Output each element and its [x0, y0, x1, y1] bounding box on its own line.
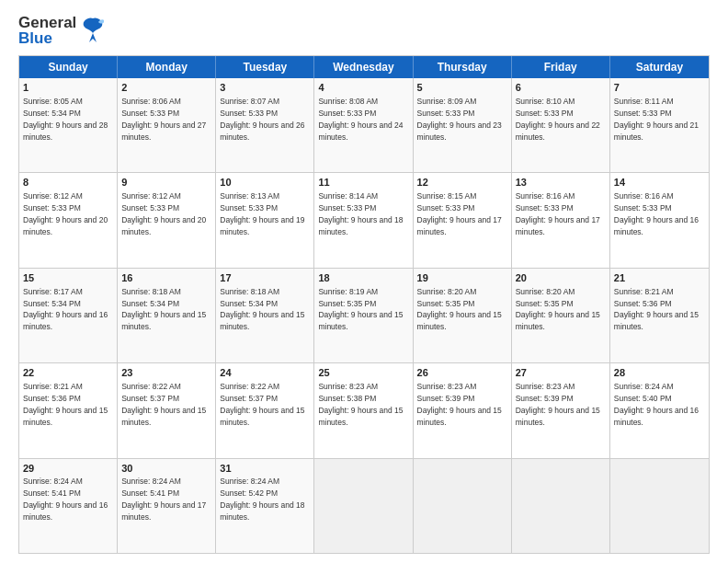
cell-info: Sunrise: 8:22 AMSunset: 5:37 PMDaylight:… — [220, 382, 304, 427]
header-wednesday: Wednesday — [314, 56, 413, 78]
cal-cell: 13Sunrise: 8:16 AMSunset: 5:33 PMDayligh… — [512, 173, 610, 267]
day-number: 16 — [121, 271, 211, 285]
day-number: 17 — [220, 271, 310, 285]
day-number: 27 — [516, 366, 606, 380]
cell-info: Sunrise: 8:20 AMSunset: 5:35 PMDaylight:… — [516, 287, 600, 332]
cell-info: Sunrise: 8:24 AMSunset: 5:41 PMDaylight:… — [23, 477, 108, 522]
cell-info: Sunrise: 8:05 AMSunset: 5:34 PMDaylight:… — [23, 97, 108, 142]
header-saturday: Saturday — [610, 56, 709, 78]
cell-info: Sunrise: 8:09 AMSunset: 5:33 PMDaylight:… — [417, 97, 502, 142]
cal-cell — [414, 459, 512, 553]
cal-cell: 1Sunrise: 8:05 AMSunset: 5:34 PMDaylight… — [19, 78, 118, 172]
cell-info: Sunrise: 8:15 AMSunset: 5:33 PMDaylight:… — [417, 191, 502, 236]
cal-cell: 25Sunrise: 8:23 AMSunset: 5:38 PMDayligh… — [314, 363, 413, 457]
day-number: 14 — [614, 176, 705, 190]
calendar-header: Sunday Monday Tuesday Wednesday Thursday… — [19, 56, 709, 78]
cell-info: Sunrise: 8:21 AMSunset: 5:36 PMDaylight:… — [614, 287, 699, 332]
cell-info: Sunrise: 8:24 AMSunset: 5:40 PMDaylight:… — [614, 382, 699, 427]
day-number: 12 — [417, 176, 507, 190]
cal-cell: 14Sunrise: 8:16 AMSunset: 5:33 PMDayligh… — [610, 173, 709, 267]
day-number: 8 — [23, 176, 113, 190]
cal-cell: 18Sunrise: 8:19 AMSunset: 5:35 PMDayligh… — [314, 269, 413, 362]
cell-info: Sunrise: 8:14 AMSunset: 5:33 PMDaylight:… — [318, 191, 403, 236]
day-number: 24 — [220, 366, 310, 380]
cal-cell: 31Sunrise: 8:24 AMSunset: 5:42 PMDayligh… — [216, 459, 314, 553]
cal-cell: 8Sunrise: 8:12 AMSunset: 5:33 PMDaylight… — [19, 173, 118, 267]
day-number: 2 — [121, 81, 211, 95]
cell-info: Sunrise: 8:24 AMSunset: 5:41 PMDaylight:… — [121, 477, 206, 522]
cal-cell: 16Sunrise: 8:18 AMSunset: 5:34 PMDayligh… — [118, 269, 216, 362]
cal-cell: 20Sunrise: 8:20 AMSunset: 5:35 PMDayligh… — [512, 269, 610, 362]
cell-info: Sunrise: 8:17 AMSunset: 5:34 PMDaylight:… — [23, 287, 108, 332]
cell-info: Sunrise: 8:22 AMSunset: 5:37 PMDaylight:… — [121, 382, 206, 427]
logo-general: General — [18, 15, 76, 30]
header-friday: Friday — [512, 56, 610, 78]
cell-info: Sunrise: 8:23 AMSunset: 5:39 PMDaylight:… — [516, 382, 600, 427]
cell-info: Sunrise: 8:19 AMSunset: 5:35 PMDaylight:… — [318, 287, 403, 332]
day-number: 7 — [614, 81, 705, 95]
header-tuesday: Tuesday — [216, 56, 314, 78]
day-number: 4 — [318, 81, 408, 95]
cal-cell — [512, 459, 610, 553]
day-number: 29 — [23, 462, 113, 476]
week-row-4: 22Sunrise: 8:21 AMSunset: 5:36 PMDayligh… — [19, 363, 709, 458]
day-number: 22 — [23, 366, 113, 380]
day-number: 6 — [516, 81, 606, 95]
logo: General Blue — [18, 15, 106, 46]
cal-cell: 5Sunrise: 8:09 AMSunset: 5:33 PMDaylight… — [414, 78, 512, 172]
day-number: 3 — [220, 81, 310, 95]
cal-cell: 24Sunrise: 8:22 AMSunset: 5:37 PMDayligh… — [216, 363, 314, 457]
cell-info: Sunrise: 8:12 AMSunset: 5:33 PMDaylight:… — [23, 191, 108, 236]
cell-info: Sunrise: 8:11 AMSunset: 5:33 PMDaylight:… — [614, 97, 699, 142]
cal-cell: 3Sunrise: 8:07 AMSunset: 5:33 PMDaylight… — [216, 78, 314, 172]
week-row-2: 8Sunrise: 8:12 AMSunset: 5:33 PMDaylight… — [19, 173, 709, 268]
cal-cell: 21Sunrise: 8:21 AMSunset: 5:36 PMDayligh… — [610, 269, 709, 362]
logo-blue: Blue — [18, 30, 76, 46]
header: General Blue — [18, 15, 710, 46]
day-number: 9 — [121, 176, 211, 190]
cal-cell: 23Sunrise: 8:22 AMSunset: 5:37 PMDayligh… — [118, 363, 216, 457]
day-number: 25 — [318, 366, 408, 380]
day-number: 10 — [220, 176, 310, 190]
cell-info: Sunrise: 8:06 AMSunset: 5:33 PMDaylight:… — [121, 97, 206, 142]
day-number: 30 — [121, 462, 211, 476]
cell-info: Sunrise: 8:18 AMSunset: 5:34 PMDaylight:… — [220, 287, 304, 332]
day-number: 13 — [516, 176, 606, 190]
cal-cell: 4Sunrise: 8:08 AMSunset: 5:33 PMDaylight… — [314, 78, 413, 172]
day-number: 15 — [23, 271, 113, 285]
cell-info: Sunrise: 8:21 AMSunset: 5:36 PMDaylight:… — [23, 382, 108, 427]
logo-bird-icon — [80, 17, 106, 46]
header-thursday: Thursday — [414, 56, 512, 78]
cal-cell: 22Sunrise: 8:21 AMSunset: 5:36 PMDayligh… — [19, 363, 118, 457]
cal-cell: 30Sunrise: 8:24 AMSunset: 5:41 PMDayligh… — [118, 459, 216, 553]
cell-info: Sunrise: 8:08 AMSunset: 5:33 PMDaylight:… — [318, 97, 403, 142]
cell-info: Sunrise: 8:07 AMSunset: 5:33 PMDaylight:… — [220, 97, 304, 142]
day-number: 23 — [121, 366, 211, 380]
cell-info: Sunrise: 8:23 AMSunset: 5:38 PMDaylight:… — [318, 382, 403, 427]
page: General Blue Sunday Monday Tuesday Wedne… — [0, 0, 728, 563]
day-number: 11 — [318, 176, 408, 190]
week-row-3: 15Sunrise: 8:17 AMSunset: 5:34 PMDayligh… — [19, 269, 709, 363]
cal-cell: 27Sunrise: 8:23 AMSunset: 5:39 PMDayligh… — [512, 363, 610, 457]
cal-cell: 19Sunrise: 8:20 AMSunset: 5:35 PMDayligh… — [414, 269, 512, 362]
cal-cell: 28Sunrise: 8:24 AMSunset: 5:40 PMDayligh… — [610, 363, 709, 457]
cal-cell: 11Sunrise: 8:14 AMSunset: 5:33 PMDayligh… — [314, 173, 413, 267]
day-number: 19 — [417, 271, 507, 285]
day-number: 21 — [614, 271, 705, 285]
cal-cell: 29Sunrise: 8:24 AMSunset: 5:41 PMDayligh… — [19, 459, 118, 553]
cal-cell: 7Sunrise: 8:11 AMSunset: 5:33 PMDaylight… — [610, 78, 709, 172]
calendar: Sunday Monday Tuesday Wednesday Thursday… — [18, 55, 710, 554]
week-row-5: 29Sunrise: 8:24 AMSunset: 5:41 PMDayligh… — [19, 459, 709, 553]
cell-info: Sunrise: 8:13 AMSunset: 5:33 PMDaylight:… — [220, 191, 304, 236]
header-monday: Monday — [118, 56, 216, 78]
cal-cell: 2Sunrise: 8:06 AMSunset: 5:33 PMDaylight… — [118, 78, 216, 172]
day-number: 28 — [614, 366, 705, 380]
cell-info: Sunrise: 8:16 AMSunset: 5:33 PMDaylight:… — [516, 191, 600, 236]
day-number: 5 — [417, 81, 507, 95]
cal-cell: 12Sunrise: 8:15 AMSunset: 5:33 PMDayligh… — [414, 173, 512, 267]
cal-cell — [314, 459, 413, 553]
header-sunday: Sunday — [19, 56, 118, 78]
day-number: 26 — [417, 366, 507, 380]
calendar-body: 1Sunrise: 8:05 AMSunset: 5:34 PMDaylight… — [19, 78, 709, 553]
cal-cell: 10Sunrise: 8:13 AMSunset: 5:33 PMDayligh… — [216, 173, 314, 267]
